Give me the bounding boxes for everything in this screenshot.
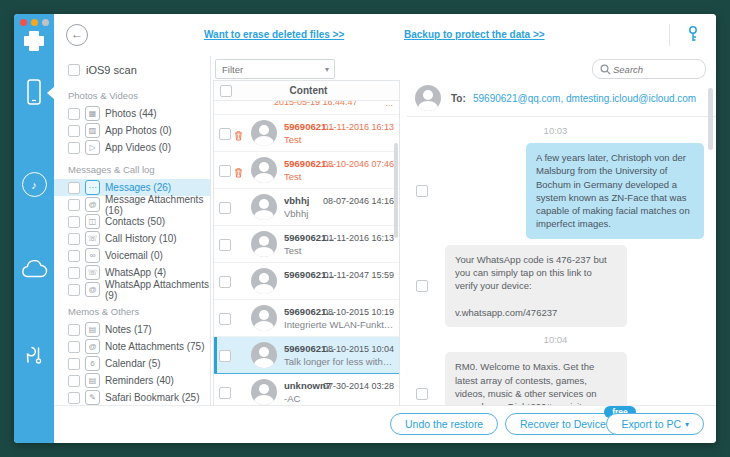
checkbox-note-attachments[interactable] (68, 341, 80, 353)
sidebar-item-label: Note Attachments (75) (105, 341, 205, 352)
search-input[interactable] (611, 64, 705, 75)
checkbox-contacts[interactable] (68, 216, 80, 228)
bubble-checkbox[interactable] (416, 388, 428, 400)
sidebar-item-label: Voicemail (0) (105, 250, 163, 261)
sidebar-item-reminders[interactable]: ▤Reminders (40) (54, 372, 210, 389)
sidebar-item-notes[interactable]: ▤Notes (17) (54, 321, 210, 338)
sidebar-item-app-photos[interactable]: ▨App Photos (0) (54, 122, 210, 139)
checkbox-reminders[interactable] (68, 375, 80, 387)
avatar (251, 305, 277, 331)
row-checkbox[interactable] (219, 239, 231, 251)
checkbox-whatsapp[interactable] (68, 267, 80, 279)
row-checkbox[interactable] (219, 313, 231, 325)
minimize-button[interactable] (31, 19, 38, 26)
row-ellipsis: ... (385, 101, 393, 108)
checkbox-photos[interactable] (68, 108, 80, 120)
rail-item-itunes[interactable]: ♪ (14, 172, 54, 197)
close-button[interactable] (20, 19, 27, 26)
row-checkbox[interactable] (219, 128, 231, 140)
trash-icon (234, 167, 243, 178)
avatar (251, 231, 277, 257)
checkbox-calendar[interactable] (68, 358, 80, 370)
backup-data-link[interactable]: Backup to protect the data >> (404, 29, 545, 40)
sidebar-item-calendar[interactable]: 6Calendar (5) (54, 355, 210, 372)
sidebar-item-ios9-scan[interactable]: iOS9 scan (54, 61, 210, 82)
bubble-checkbox[interactable] (416, 185, 428, 197)
row-date: 08-10-2046 07:46 (323, 159, 394, 169)
timestamp: 10:03 (407, 125, 704, 136)
sidebar-item-app-videos[interactable]: ▷App Videos (0) (54, 139, 210, 156)
row-checkbox[interactable] (219, 387, 231, 399)
rail-item-toolbox[interactable] (14, 344, 54, 366)
app-videos-icon: ▷ (85, 140, 100, 155)
safari-bookmark-icon: ✎ (85, 390, 100, 405)
row-name: vbhhj (284, 195, 309, 206)
filter-input[interactable] (216, 64, 320, 75)
undo-restore-button[interactable]: Undo the restore (390, 413, 498, 435)
header-divider (669, 24, 670, 46)
sidebar-item-voicemail[interactable]: ∞Voicemail (0) (54, 247, 210, 264)
checkbox-safari-bookmark[interactable] (68, 392, 80, 404)
sidebar-item-contacts[interactable]: ◫Contacts (50) (54, 213, 210, 230)
list-row[interactable]: 59690621...08-10-2015 10:19Integrierte W… (214, 300, 399, 337)
list-row[interactable]: 59690621...01-11-2047 15:59 (214, 263, 399, 300)
bubble-checkbox[interactable] (416, 280, 428, 292)
list-row[interactable]: vbhhj08-07-2046 14:16Vbhhj (214, 189, 399, 226)
section-header: Photos & Videos (54, 82, 210, 105)
checkbox-messages[interactable] (68, 182, 80, 194)
checkbox-message-attachments[interactable] (68, 199, 80, 211)
rail-item-icloud[interactable] (14, 260, 54, 279)
row-date: 08-07-2046 14:16 (323, 196, 394, 206)
row-checkbox[interactable] (219, 202, 231, 214)
message-bubble-left: RM0. Welcome to Maxis. Get the latest ar… (445, 352, 627, 406)
sidebar-item-photos[interactable]: ▦Photos (44) (54, 105, 210, 122)
export-to-pc-button[interactable]: Export to PC▾ (606, 413, 704, 435)
row-preview: Test (284, 171, 394, 182)
zoom-button[interactable] (42, 19, 49, 26)
list-row[interactable]: 59690621...08-10-2015 10:04Talk longer f… (214, 337, 399, 374)
list-row[interactable]: 59690621...01-11-2016 16:13Test (214, 226, 399, 263)
sidebar-item-label: iOS9 scan (86, 64, 137, 76)
back-button[interactable]: ← (66, 24, 88, 46)
checkbox-call-history[interactable] (68, 233, 80, 245)
checkbox-voicemail[interactable] (68, 250, 80, 262)
filter-dropdown[interactable]: ▾ (215, 59, 335, 79)
list-row[interactable]: unknown707-30-2014 03:28-AC (214, 374, 399, 406)
select-all-checkbox[interactable] (220, 85, 232, 97)
sidebar-item-call-history[interactable]: ☏Call History (10) (54, 230, 210, 247)
message-attachments-icon: @ (85, 197, 100, 212)
list-row[interactable]: 59690621...01-11-2016 16:13Test (214, 115, 399, 152)
ios9-scan-checkbox[interactable] (68, 64, 80, 76)
message-list-panel: ▾ Content 2015-05-19 16:44:47 ... 596906… (211, 56, 407, 406)
checkbox-whatsapp-attachments[interactable] (68, 284, 80, 296)
bubble-row: RM0. Welcome to Maxis. Get the latest ar… (407, 352, 704, 406)
row-checkbox[interactable] (219, 165, 231, 177)
checkbox-notes[interactable] (68, 324, 80, 336)
app-logo-icon (22, 29, 46, 57)
sidebar-item-safari-bookmark[interactable]: ✎Safari Bookmark (25) (54, 389, 210, 406)
app-window: ♪ ← Want to erase deleted files >> Backu… (14, 14, 716, 443)
list-row[interactable]: 59690621...08-10-2046 07:46Test (214, 152, 399, 189)
sidebar-item-message-attachments[interactable]: @Message Attachments (16) (54, 196, 210, 213)
list-scrollbar-thumb[interactable] (394, 143, 398, 238)
register-key-button[interactable] (684, 24, 702, 48)
search-box[interactable] (592, 59, 706, 79)
sidebar-item-note-attachments[interactable]: @Note Attachments (75) (54, 338, 210, 355)
avatar (251, 268, 277, 294)
row-date: 01-11-2016 16:13 (324, 233, 394, 243)
avatar (251, 379, 277, 405)
checkbox-app-photos[interactable] (68, 125, 80, 137)
search-icon (600, 64, 611, 75)
row-checkbox[interactable] (219, 276, 231, 288)
row-date: 08-10-2015 10:04 (323, 344, 394, 354)
row-checkbox[interactable] (219, 350, 231, 362)
bubble-row: Your WhatsApp code is 476-237 but you ca… (407, 245, 704, 327)
recipients[interactable]: 59690621@qq.com, dmtesting.icloud@icloud… (473, 93, 712, 104)
checkbox-app-videos[interactable] (68, 142, 80, 154)
erase-deleted-files-link[interactable]: Want to erase deleted files >> (204, 29, 344, 40)
rail-item-device[interactable] (14, 78, 54, 108)
sidebar-item-whatsapp-attachments[interactable]: @WhatsApp Attachments (9) (54, 281, 210, 298)
thread-scrollbar-thumb[interactable] (708, 88, 713, 150)
list-row-partial[interactable]: 2015-05-19 16:44:47 ... (214, 101, 399, 115)
sidebar-item-label: WhatsApp (4) (105, 267, 166, 278)
